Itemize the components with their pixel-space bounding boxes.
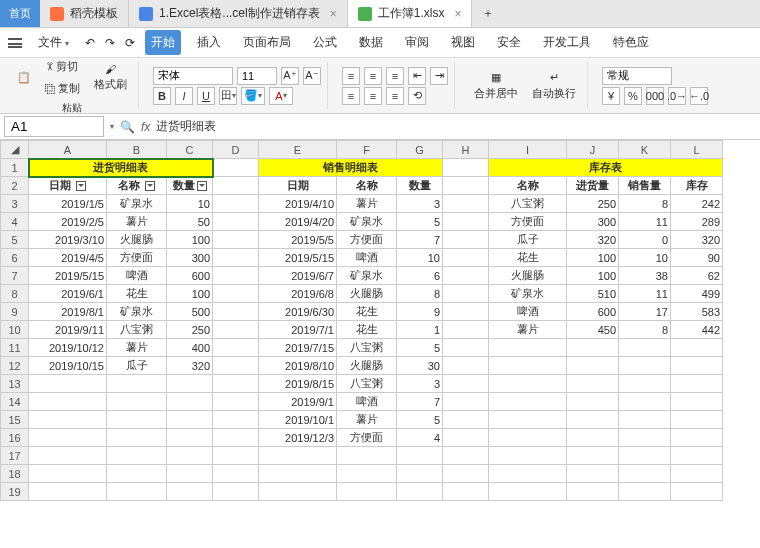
cell[interactable]: 3 bbox=[397, 195, 443, 213]
cell[interactable]: 250 bbox=[567, 195, 619, 213]
cell[interactable]: 2019/12/3 bbox=[259, 429, 337, 447]
menu-special[interactable]: 特色应 bbox=[607, 30, 655, 55]
currency-button[interactable]: ¥ bbox=[602, 87, 620, 105]
cell[interactable]: 啤酒 bbox=[337, 249, 397, 267]
align-left-button[interactable]: ≡ bbox=[342, 87, 360, 105]
cell[interactable] bbox=[259, 483, 337, 501]
cell[interactable] bbox=[489, 339, 567, 357]
cell[interactable]: 10 bbox=[167, 195, 213, 213]
search-icon[interactable]: 🔍 bbox=[120, 120, 135, 134]
cell[interactable] bbox=[107, 483, 167, 501]
cell[interactable]: 方便面 bbox=[107, 249, 167, 267]
col-header[interactable]: H bbox=[443, 141, 489, 159]
cell[interactable]: 薯片 bbox=[107, 339, 167, 357]
percent-button[interactable]: % bbox=[624, 87, 642, 105]
cell[interactable] bbox=[259, 447, 337, 465]
paste-button[interactable]: 📋 bbox=[12, 68, 36, 87]
row-header[interactable]: 3 bbox=[1, 195, 29, 213]
row-header[interactable]: 9 bbox=[1, 303, 29, 321]
menu-data[interactable]: 数据 bbox=[353, 30, 389, 55]
cell[interactable]: 瓜子 bbox=[107, 357, 167, 375]
filter-icon[interactable] bbox=[145, 181, 155, 191]
cell[interactable]: 5 bbox=[397, 411, 443, 429]
cell[interactable]: 八宝粥 bbox=[337, 339, 397, 357]
cell[interactable] bbox=[213, 177, 259, 195]
cell[interactable] bbox=[567, 465, 619, 483]
cell[interactable]: 600 bbox=[167, 267, 213, 285]
cell[interactable] bbox=[567, 411, 619, 429]
cell[interactable]: 花生 bbox=[489, 249, 567, 267]
row-header[interactable]: 19 bbox=[1, 483, 29, 501]
cell[interactable]: 320 bbox=[671, 231, 723, 249]
cell[interactable] bbox=[443, 285, 489, 303]
cell[interactable]: 2019/4/5 bbox=[29, 249, 107, 267]
doc-tab-1[interactable]: 稻壳模板 bbox=[40, 0, 129, 27]
cell[interactable] bbox=[213, 267, 259, 285]
menu-formula[interactable]: 公式 bbox=[307, 30, 343, 55]
row-header[interactable]: 7 bbox=[1, 267, 29, 285]
cell[interactable] bbox=[443, 321, 489, 339]
cell[interactable] bbox=[567, 375, 619, 393]
copy-button[interactable]: ⿻ 复制 bbox=[40, 78, 85, 99]
cell[interactable] bbox=[489, 429, 567, 447]
row-header[interactable]: 15 bbox=[1, 411, 29, 429]
row-header[interactable]: 16 bbox=[1, 429, 29, 447]
cell[interactable]: 啤酒 bbox=[489, 303, 567, 321]
orient-button[interactable]: ⟲ bbox=[408, 87, 426, 105]
hamburger-icon[interactable] bbox=[8, 38, 22, 48]
italic-button[interactable]: I bbox=[175, 87, 193, 105]
cell[interactable] bbox=[671, 447, 723, 465]
cell[interactable] bbox=[443, 159, 489, 177]
cell[interactable] bbox=[489, 393, 567, 411]
cell[interactable]: 火腿肠 bbox=[337, 357, 397, 375]
row-header[interactable]: 5 bbox=[1, 231, 29, 249]
col-header[interactable]: I bbox=[489, 141, 567, 159]
cell[interactable]: 9 bbox=[397, 303, 443, 321]
redo-icon[interactable]: ↷ bbox=[105, 36, 115, 50]
cell[interactable]: 90 bbox=[671, 249, 723, 267]
row-header[interactable]: 8 bbox=[1, 285, 29, 303]
cell[interactable]: 4 bbox=[397, 429, 443, 447]
align-top-button[interactable]: ≡ bbox=[342, 67, 360, 85]
menu-review[interactable]: 审阅 bbox=[399, 30, 435, 55]
cell[interactable]: 450 bbox=[567, 321, 619, 339]
cell[interactable] bbox=[671, 429, 723, 447]
row-header[interactable]: 10 bbox=[1, 321, 29, 339]
cell[interactable] bbox=[167, 447, 213, 465]
cell[interactable] bbox=[489, 447, 567, 465]
cell[interactable]: 名称 bbox=[489, 177, 567, 195]
cell[interactable]: 矿泉水 bbox=[337, 213, 397, 231]
cell[interactable]: 2019/5/15 bbox=[259, 249, 337, 267]
cell[interactable]: 2019/8/15 bbox=[259, 375, 337, 393]
cell[interactable] bbox=[619, 339, 671, 357]
cell[interactable]: 600 bbox=[567, 303, 619, 321]
cell[interactable] bbox=[619, 465, 671, 483]
cell[interactable] bbox=[167, 483, 213, 501]
cell[interactable]: 火腿肠 bbox=[337, 285, 397, 303]
cell[interactable] bbox=[619, 429, 671, 447]
cell[interactable]: 320 bbox=[167, 357, 213, 375]
cell[interactable]: 矿泉水 bbox=[107, 303, 167, 321]
size-select[interactable] bbox=[237, 67, 277, 85]
menu-safe[interactable]: 安全 bbox=[491, 30, 527, 55]
increase-font-button[interactable]: A⁺ bbox=[281, 67, 299, 85]
cell[interactable]: 2019/10/15 bbox=[29, 357, 107, 375]
font-select[interactable] bbox=[153, 67, 233, 85]
cell[interactable]: 8 bbox=[619, 195, 671, 213]
cell[interactable]: 7 bbox=[397, 231, 443, 249]
cell[interactable]: 瓜子 bbox=[489, 231, 567, 249]
font-color-button[interactable]: A▾ bbox=[269, 87, 293, 105]
cell[interactable] bbox=[567, 429, 619, 447]
cut-button[interactable]: ✂剪切 bbox=[40, 56, 85, 77]
cell[interactable]: 11 bbox=[619, 285, 671, 303]
cell[interactable] bbox=[443, 231, 489, 249]
row-header[interactable]: 13 bbox=[1, 375, 29, 393]
cell[interactable] bbox=[619, 447, 671, 465]
cell[interactable]: 2019/4/10 bbox=[259, 195, 337, 213]
cell[interactable] bbox=[213, 321, 259, 339]
cell[interactable]: 薯片 bbox=[107, 213, 167, 231]
cell[interactable] bbox=[619, 375, 671, 393]
cell[interactable]: 500 bbox=[167, 303, 213, 321]
cell[interactable]: 17 bbox=[619, 303, 671, 321]
cell[interactable]: 3 bbox=[397, 375, 443, 393]
